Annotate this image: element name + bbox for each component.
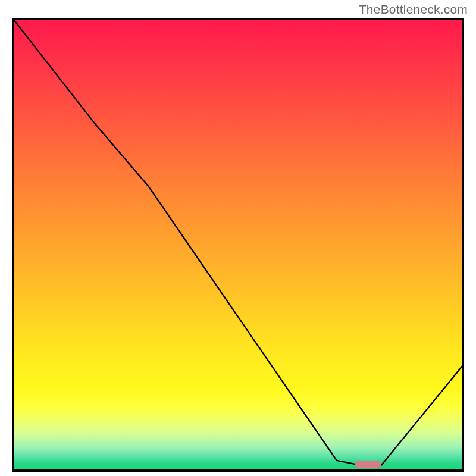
curve-path xyxy=(14,20,462,465)
bottleneck-curve xyxy=(14,20,462,469)
plot-area xyxy=(12,18,464,472)
chart-container: TheBottleneck.com xyxy=(0,0,476,476)
watermark-text: TheBottleneck.com xyxy=(359,2,468,17)
optimal-marker xyxy=(355,461,381,468)
